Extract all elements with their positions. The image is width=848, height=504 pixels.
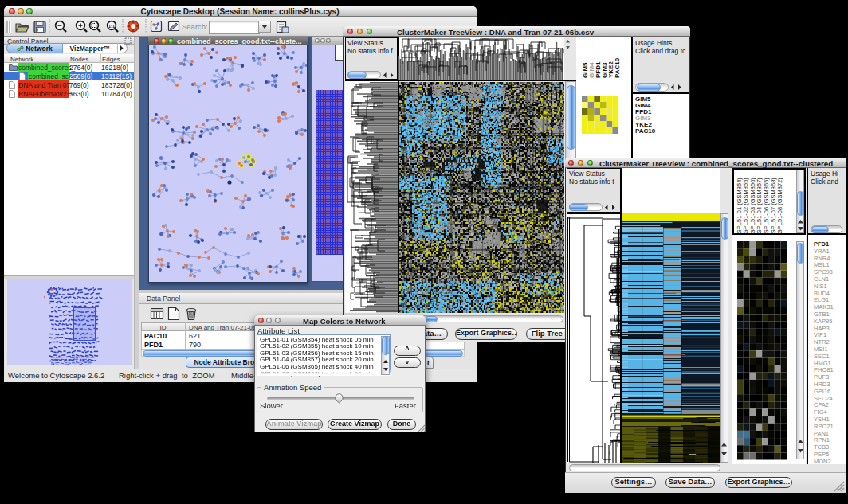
svg-text:GPL51-08 (GSM872): GPL51-08 (GSM872) bbox=[776, 178, 783, 233]
svg-text:1:1: 1:1 bbox=[108, 24, 115, 29]
svg-text:PAC10: PAC10 bbox=[614, 57, 621, 78]
